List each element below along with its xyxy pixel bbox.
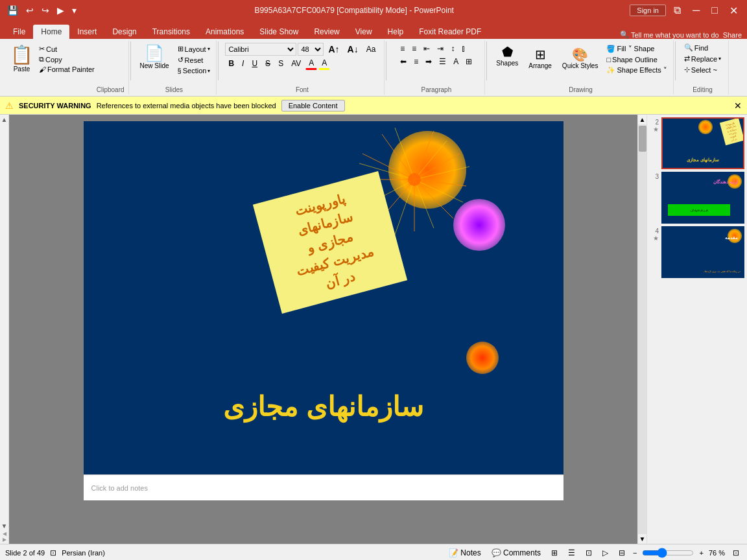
decrease-font-button[interactable]: A↓ xyxy=(344,43,362,56)
undo-icon[interactable]: ↩ xyxy=(24,4,36,17)
decrease-indent-button[interactable]: ⇤ xyxy=(420,43,433,54)
scroll-down-right-button[interactable]: ▼ xyxy=(638,534,647,544)
font-color-button[interactable]: A xyxy=(305,57,317,70)
shape-effects-button[interactable]: ✨ Shape Effects ˅ xyxy=(604,65,669,75)
font-name-select[interactable]: Calibri xyxy=(225,43,296,56)
close-icon[interactable]: ✕ xyxy=(726,3,742,18)
zoom-in-button[interactable]: + xyxy=(699,549,703,557)
next-slide-button[interactable]: ▶ xyxy=(3,537,6,542)
scroll-up-right-button[interactable]: ▲ xyxy=(638,115,647,124)
line-spacing-button[interactable]: ↕ xyxy=(447,43,458,54)
cut-button[interactable]: ✂ Cut xyxy=(37,44,97,54)
text-highlight-button[interactable]: A xyxy=(318,57,330,70)
clear-format-button[interactable]: Aa xyxy=(363,43,379,55)
replace-button[interactable]: ⇄ Replace ▾ xyxy=(682,54,723,64)
select-button[interactable]: ⊹ Select ~ xyxy=(682,65,723,75)
minimize-icon[interactable]: ─ xyxy=(689,3,704,18)
tab-review[interactable]: Review xyxy=(306,25,347,39)
maximize-icon[interactable]: □ xyxy=(707,3,722,18)
scroll-down-button[interactable]: ▼ xyxy=(1,522,8,530)
notes-button[interactable]: 📝 Notes xyxy=(446,547,484,559)
thumbnail-slide-4[interactable]: مقدمه در زمانه ما که عصر پ...یزی تازه ها… xyxy=(661,226,744,278)
slide-canvas[interactable]: پاورپوینت سازمانهای مجازی و مدیریت کیفیت… xyxy=(84,121,563,474)
strikethrough-button[interactable]: S xyxy=(262,58,274,69)
tab-foxit[interactable]: Foxit Reader PDF xyxy=(411,25,489,39)
note-card[interactable]: پاورپوینت سازمانهای مجازی و مدیریت کیفیت… xyxy=(252,171,407,314)
scroll-up-button[interactable]: ▲ xyxy=(1,116,8,123)
tab-transitions[interactable]: Transitions xyxy=(145,25,198,39)
bold-button[interactable]: B xyxy=(225,58,237,69)
format-painter-button[interactable]: 🖌 Format Painter xyxy=(37,65,97,74)
italic-button[interactable]: I xyxy=(239,58,247,69)
copy-button[interactable]: ⧉ Copy xyxy=(37,54,97,64)
tab-help[interactable]: Help xyxy=(380,25,412,39)
notes-area[interactable]: Click to add notes xyxy=(84,474,563,500)
share-button[interactable]: Share xyxy=(723,31,742,39)
tab-design[interactable]: Design xyxy=(104,25,144,39)
thumbnail-item-4[interactable]: 4 ★ مقدمه در زمانه ما که عصر پ...یزی تاز… xyxy=(650,226,744,278)
shape-outline-icon: □ xyxy=(606,56,611,64)
view-normal-button[interactable]: ⊞ xyxy=(549,547,560,559)
layout-button[interactable]: ⊞ Layout ▾ xyxy=(176,44,213,54)
sign-in-button[interactable]: Sign in xyxy=(630,5,666,16)
find-button[interactable]: 🔍 Find xyxy=(682,43,723,52)
tab-file[interactable]: File xyxy=(5,25,33,39)
quick-styles-button[interactable]: 🎨 Quick Styles xyxy=(558,44,602,72)
reset-button[interactable]: ↺ Reset xyxy=(176,55,213,65)
align-left-button[interactable]: ⬅ xyxy=(397,56,410,67)
prev-slide-button[interactable]: ◀ xyxy=(3,531,6,537)
align-text-button[interactable]: A xyxy=(450,56,462,67)
slide-info-icon[interactable]: ⊡ xyxy=(50,548,56,557)
view-slide-sorter-button[interactable]: ⊡ xyxy=(583,547,595,559)
align-center-button[interactable]: ≡ xyxy=(410,56,421,67)
shape-fill-button[interactable]: 🪣 Fill ˅ Shape xyxy=(604,44,669,54)
thumbnail-item-3[interactable]: 3 ارایه دهندگان نام و نام خانوادگی: xyxy=(650,172,744,224)
thumbnail-item-2[interactable]: 2 ★ پاورپوینتسازمانهایمجازی ومدیریت کیفی… xyxy=(650,117,744,169)
tab-slideshow[interactable]: Slide Show xyxy=(252,25,306,39)
restore-down-icon[interactable]: ⧉ xyxy=(670,3,685,18)
view-outline-button[interactable]: ☰ xyxy=(565,547,578,559)
customize-qat-icon[interactable]: ▾ xyxy=(70,4,78,17)
justify-button[interactable]: ☰ xyxy=(436,56,449,67)
bullets-button[interactable]: ≡ xyxy=(397,43,408,54)
char-spacing-button[interactable]: AV xyxy=(288,58,304,69)
thumbnail-slide-3[interactable]: ارایه دهندگان نام و نام خانوادگی: xyxy=(661,172,744,224)
close-security-bar-button[interactable]: ✕ xyxy=(734,100,742,111)
align-right-button[interactable]: ➡ xyxy=(422,56,435,67)
save-icon[interactable]: 💾 xyxy=(5,4,20,17)
tab-home[interactable]: Home xyxy=(33,25,69,39)
new-slide-button[interactable]: 📄 New Slide xyxy=(136,41,173,80)
zoom-slider[interactable] xyxy=(642,548,694,558)
section-button[interactable]: § Section ▾ xyxy=(176,66,213,75)
paste-button[interactable]: 📋 Paste xyxy=(6,41,37,80)
scroll-thumb[interactable] xyxy=(639,126,646,152)
smartart-button[interactable]: ⊞ xyxy=(462,56,475,67)
present-icon[interactable]: ▶ xyxy=(55,4,66,17)
zoom-level: 76 % xyxy=(709,549,725,557)
increase-indent-button[interactable]: ⇥ xyxy=(434,43,447,54)
shadow-button[interactable]: S xyxy=(275,58,287,69)
view-reading-button[interactable]: ▷ xyxy=(600,547,611,559)
slide-area[interactable]: پاورپوینت سازمانهای مجازی و مدیریت کیفیت… xyxy=(9,115,637,544)
tab-insert[interactable]: Insert xyxy=(69,25,104,39)
enable-content-button[interactable]: Enable Content xyxy=(281,100,345,111)
columns-button[interactable]: ⫿ xyxy=(458,43,469,54)
zoom-out-button[interactable]: − xyxy=(633,549,637,557)
shapes-button[interactable]: ⬟ Shapes xyxy=(492,41,522,69)
scroll-track[interactable] xyxy=(638,124,646,534)
comments-button[interactable]: 💬 Comments xyxy=(489,547,543,559)
slide-main-title[interactable]: سازمانهای مجازی xyxy=(84,391,563,423)
font-size-select[interactable]: 48 xyxy=(298,43,324,56)
shape-outline-button[interactable]: □ Shape Outline xyxy=(604,55,669,64)
tab-view[interactable]: View xyxy=(348,25,380,39)
tab-animations[interactable]: Animations xyxy=(198,25,252,39)
search-field[interactable]: 🔍 Tell me what you want to do xyxy=(620,30,719,39)
fit-slide-button[interactable]: ⊡ xyxy=(730,547,742,559)
arrange-button[interactable]: ⊞ Arrange xyxy=(525,44,556,72)
increase-font-button[interactable]: A↑ xyxy=(325,43,342,56)
redo-icon[interactable]: ↪ xyxy=(40,4,51,17)
numbering-button[interactable]: ≡ xyxy=(409,43,420,54)
underline-button[interactable]: U xyxy=(248,58,261,69)
view-presenter-button[interactable]: ⊟ xyxy=(616,547,628,559)
thumbnail-slide-2[interactable]: پاورپوینتسازمانهایمجازی ومدیریت کیفیتدر … xyxy=(661,117,744,169)
